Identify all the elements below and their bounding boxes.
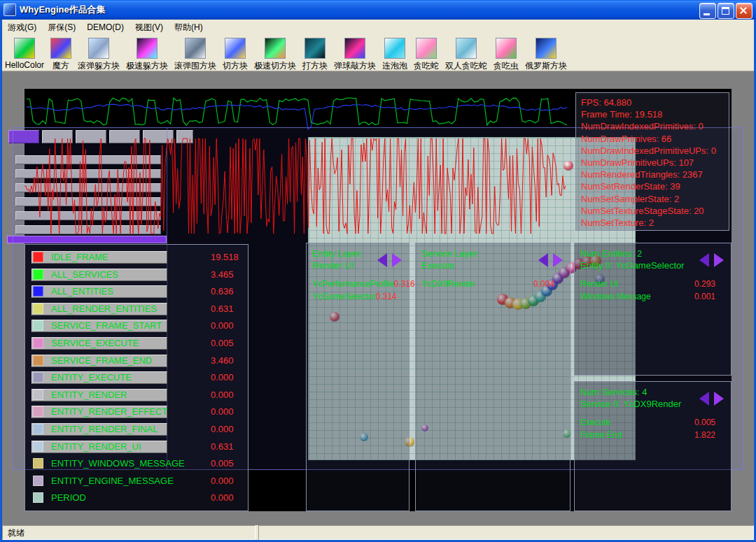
profiler-color-swatch — [33, 406, 43, 417]
toolbar-item[interactable]: 贪吃虫 — [493, 38, 519, 72]
num-services-panel: Num Services: 4 Service 0: YcDX9Render E… — [574, 381, 732, 511]
next-arrow-icon[interactable] — [714, 253, 724, 267]
menu-item[interactable]: 屏保(S) — [42, 20, 81, 36]
profiler-row-value: 19.518 — [211, 252, 239, 262]
toolbar-item[interactable]: 弹球敲方块 — [334, 38, 376, 72]
profiler-color-swatch — [33, 424, 43, 434]
pager-arrows — [538, 253, 563, 267]
toolbar-item-label: 滚弹围方块 — [174, 60, 216, 72]
profiler-row-value: 0.000 — [211, 372, 234, 383]
profiler-color-swatch — [33, 492, 43, 503]
profiler-color-swatch — [33, 304, 43, 314]
menu-item[interactable]: 帮助(H) — [169, 20, 209, 36]
menu-item[interactable]: DEMO(D) — [81, 20, 130, 34]
panel-row: YcPerformanceProfile 0.316 — [312, 278, 403, 290]
stat-line: NumDrawIndexedPrimitives: 0 — [581, 120, 729, 132]
profiler-row: ALL_ENTITIES 0.636 — [25, 284, 248, 301]
profiler-color-swatch — [33, 286, 43, 297]
profiler-color-swatch — [33, 269, 43, 280]
profiler-row-label: SERVICE_FRAME_END — [51, 355, 152, 366]
prev-arrow-icon[interactable] — [699, 392, 709, 406]
app-window: WhyEngine作品合集 游戏(G)屏保(S)DEMO(D)视图(V)帮助(H… — [0, 0, 756, 542]
profiler-color-swatch — [33, 372, 43, 383]
window-controls — [699, 3, 752, 19]
toolbar-item[interactable]: 贪吃蛇 — [414, 38, 439, 72]
profiler-row: SERVICE_FRAME_START 0.000 — [25, 318, 248, 336]
toolbar-item[interactable]: 切方块 — [223, 38, 248, 72]
roll-trap-block-icon — [185, 38, 206, 59]
toolbar-item-label: HelloColor — [5, 60, 44, 70]
toolbar-item-label: 贪吃虫 — [493, 60, 519, 72]
toolbar-item[interactable]: 滚弹围方块 — [174, 38, 216, 72]
green-wave — [27, 98, 567, 125]
next-arrow-icon[interactable] — [553, 253, 563, 267]
toolbar-item-label: 双人贪吃蛇 — [445, 60, 487, 72]
panel-row-value: 0.004 — [533, 278, 554, 290]
next-arrow-icon[interactable] — [714, 392, 724, 406]
profiler-color-swatch — [33, 441, 43, 452]
profiler-row-label: ENTITY_EXECUTE — [51, 372, 132, 383]
toolbar-item-label: 连泡泡 — [382, 60, 407, 72]
status-extra — [258, 525, 754, 540]
panel-row-value: 1.822 — [694, 429, 715, 441]
panel-row: Render UI 0.293 — [580, 278, 725, 290]
minimize-icon — [704, 13, 710, 15]
panel-row: YcDX9Render 0.004 — [421, 278, 564, 290]
toolbar-item[interactable]: 极速躲方块 — [126, 38, 168, 72]
panel-row: YcGameSelector 0.314 — [312, 290, 403, 303]
toolbar-item[interactable]: 俄罗斯方块 — [525, 38, 567, 72]
next-arrow-icon[interactable] — [392, 253, 402, 267]
toolbar-item-label: 切方块 — [223, 60, 248, 72]
profiler-row-value: 0.000 — [211, 406, 234, 417]
panel-row-name: Render UI — [580, 278, 619, 290]
toolbar-item-label: 魔方 — [52, 60, 69, 72]
menu-bar: 游戏(G)屏保(S)DEMO(D)视图(V)帮助(H) — [0, 20, 756, 36]
toolbar-item[interactable]: 双人贪吃蛇 — [445, 38, 487, 72]
maximize-button[interactable] — [718, 3, 734, 19]
profiler-row: ENTITY_WINDOWS_MESSAGE 0.005 — [25, 456, 248, 473]
stat-line: NumSetTextureStageState: 20 — [581, 205, 729, 217]
render-stats-panel: FPS: 64.880Frame Time: 19.518NumDrawInde… — [575, 92, 729, 231]
stat-line: FPS: 64.880 — [581, 97, 729, 108]
red-wave — [24, 138, 566, 234]
prev-arrow-icon[interactable] — [377, 253, 387, 267]
hellocolor-icon — [14, 38, 35, 59]
toolbar-item[interactable]: 极速切方块 — [254, 38, 296, 72]
profiler-row-label: ENTITY_WINDOWS_MESSAGE — [51, 458, 185, 469]
toolbar-item[interactable]: 打方块 — [302, 38, 328, 72]
close-button[interactable] — [736, 3, 752, 19]
profiler-row: PERIOD 0.000 — [25, 490, 248, 508]
toolbar-item-label: 打方块 — [302, 60, 328, 72]
profiler-color-swatch — [33, 252, 43, 262]
menu-item[interactable]: 视图(V) — [130, 20, 169, 36]
profiler-row-value: 0.005 — [211, 458, 234, 469]
profiler-color-swatch — [33, 320, 43, 331]
menu-item[interactable]: 游戏(G) — [2, 20, 42, 36]
title-bar[interactable]: WhyEngine作品合集 — [0, 0, 756, 20]
profiler-color-swatch — [33, 338, 43, 348]
toolbar-item[interactable]: 连泡泡 — [382, 38, 407, 72]
profiler-color-swatch — [33, 390, 43, 400]
panel-row: Execute 0.005 — [580, 416, 725, 429]
prev-arrow-icon[interactable] — [699, 253, 709, 267]
tetris-icon — [536, 38, 556, 59]
profiler-color-swatch — [33, 458, 43, 469]
bubble-link-icon — [384, 38, 405, 59]
toolbar-item[interactable]: 滚弹躲方块 — [78, 38, 120, 72]
stat-line: NumDrawIndexedPrimitiveUPs: 0 — [581, 145, 729, 157]
speed-dodge-block-icon — [136, 38, 158, 59]
profiler-row-label: PERIOD — [51, 492, 86, 503]
minimize-button[interactable] — [699, 3, 716, 19]
app-icon — [4, 3, 16, 16]
toolbar-item[interactable]: 魔方 — [50, 38, 71, 72]
profiler-row: ALL_RENDER_ENTITIES 0.631 — [25, 301, 248, 319]
profiler-row-value: 0.005 — [211, 338, 234, 348]
status-message: 就绪 — [2, 525, 255, 540]
profiler-row-label: SERVICE_EXECUTE — [51, 338, 139, 348]
panel-row-value: 0.316 — [394, 278, 415, 290]
toolbar-item[interactable]: HelloColor — [5, 38, 44, 70]
prev-arrow-icon[interactable] — [538, 253, 548, 267]
ball-break-block-icon — [344, 38, 365, 59]
roll-dodge-block-icon — [88, 38, 109, 59]
panel-row-name: YcPerformanceProfile — [312, 278, 394, 290]
